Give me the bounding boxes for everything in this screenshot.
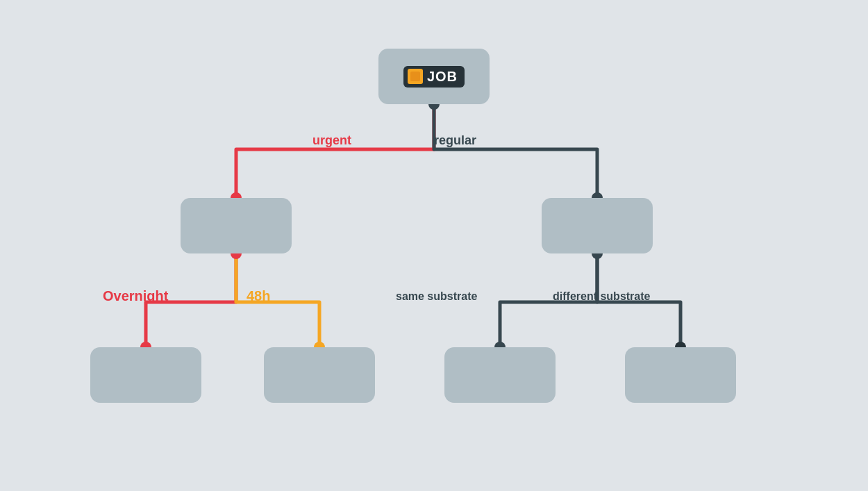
label-overnight: Overnight [103, 288, 168, 304]
label-48h: 48h [247, 288, 270, 304]
job-icon-inner [410, 72, 420, 81]
label-different-substrate: different substrate [553, 290, 650, 303]
node-urgent [181, 198, 292, 253]
node-regular [542, 198, 653, 253]
label-same-substrate: same substrate [396, 290, 477, 303]
label-urgent: urgent [312, 133, 351, 148]
diagram-container: JOB urgent regular Overnight 48h same su… [0, 0, 868, 491]
label-regular: regular [434, 133, 476, 148]
node-different-substrate [625, 347, 736, 403]
job-icon [408, 69, 423, 84]
node-overnight [90, 347, 201, 403]
node-root: JOB [378, 49, 490, 104]
job-label: JOB [427, 69, 458, 85]
job-badge: JOB [403, 66, 465, 88]
node-48h [264, 347, 375, 403]
node-same-substrate [444, 347, 556, 403]
